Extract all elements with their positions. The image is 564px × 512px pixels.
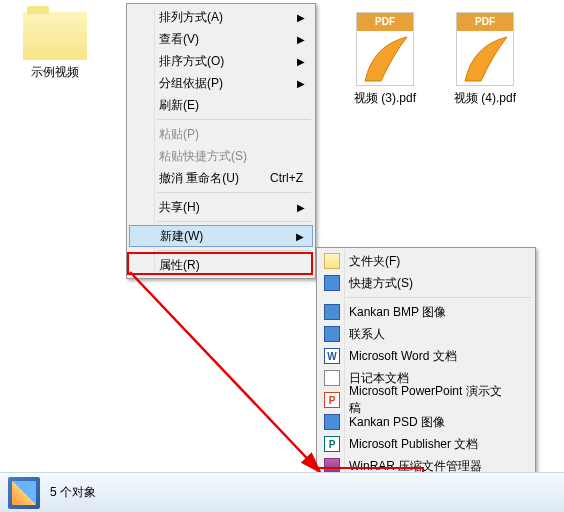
- submenu-item-label: Microsoft Word 文档: [349, 348, 457, 365]
- submenu-item-label: Kankan BMP 图像: [349, 304, 446, 321]
- menu-item[interactable]: 属性(R): [129, 254, 313, 276]
- file-label: 视频 (4).pdf: [445, 90, 525, 107]
- menu-item-label: 排列方式(A): [159, 9, 223, 26]
- menu-item-label: 共享(H): [159, 199, 200, 216]
- ppt-icon: P: [324, 392, 340, 408]
- submenu-item[interactable]: PMicrosoft PowerPoint 演示文稿: [319, 389, 533, 411]
- menu-item-label: 属性(R): [159, 257, 200, 274]
- svg-line-0: [130, 272, 320, 472]
- pdf-icon: PDF: [356, 12, 414, 86]
- context-menu: 排列方式(A)▶查看(V)▶排序方式(O)▶分组依据(P)▶刷新(E)粘贴(P)…: [126, 3, 316, 279]
- submenu-item[interactable]: Kankan BMP 图像: [319, 301, 533, 323]
- menu-item-label: 刷新(E): [159, 97, 199, 114]
- menu-item[interactable]: 新建(W)▶: [129, 225, 313, 247]
- journal-icon: [324, 370, 340, 386]
- menu-item[interactable]: 分组依据(P)▶: [129, 72, 313, 94]
- submenu-item-label: 文件夹(F): [349, 253, 400, 270]
- submenu-item[interactable]: 文件夹(F): [319, 250, 533, 272]
- folder-item[interactable]: 示例视频: [15, 12, 95, 81]
- menu-item[interactable]: 排列方式(A)▶: [129, 6, 313, 28]
- bmp-icon: [324, 304, 340, 320]
- menu-separator: [157, 250, 311, 251]
- menu-separator: [157, 192, 311, 193]
- menu-item-label: 新建(W): [160, 228, 203, 245]
- menu-item[interactable]: 刷新(E): [129, 94, 313, 116]
- folder-icon: [324, 253, 340, 269]
- submenu-item[interactable]: Kankan PSD 图像: [319, 411, 533, 433]
- menu-separator: [347, 297, 531, 298]
- contact-icon: [324, 326, 340, 342]
- file-item-pdf-4[interactable]: PDF 视频 (4).pdf: [445, 12, 525, 107]
- submenu-arrow-icon: ▶: [297, 78, 305, 89]
- menu-item[interactable]: 查看(V)▶: [129, 28, 313, 50]
- pdf-badge: PDF: [457, 13, 513, 31]
- submenu-item[interactable]: 联系人: [319, 323, 533, 345]
- statusbar-count: 5 个对象: [50, 484, 96, 501]
- submenu-arrow-icon: ▶: [296, 231, 304, 242]
- word-icon: W: [324, 348, 340, 364]
- pdf-icon: PDF: [456, 12, 514, 86]
- desktop-area[interactable]: 示例视频 PDF 视频 (3).pdf PDF 视频 (4).pdf 排列方式(…: [0, 0, 564, 512]
- submenu-arrow-icon: ▶: [297, 202, 305, 213]
- status-bar: 5 个对象: [0, 472, 564, 512]
- submenu-arrow-icon: ▶: [297, 56, 305, 67]
- menu-item-label: 查看(V): [159, 31, 199, 48]
- menu-item-label: 粘贴(P): [159, 126, 199, 143]
- menu-item: 粘贴快捷方式(S): [129, 145, 313, 167]
- submenu-item-label: 联系人: [349, 326, 385, 343]
- menu-item-label: 撤消 重命名(U): [159, 170, 239, 187]
- menu-item-label: 分组依据(P): [159, 75, 223, 92]
- submenu-item-label: 快捷方式(S): [349, 275, 413, 292]
- menu-item[interactable]: 共享(H)▶: [129, 196, 313, 218]
- submenu-item[interactable]: PMicrosoft Publisher 文档: [319, 433, 533, 455]
- submenu-item-label: Microsoft Publisher 文档: [349, 436, 478, 453]
- submenu-arrow-icon: ▶: [297, 34, 305, 45]
- folder-label: 示例视频: [15, 64, 95, 81]
- menu-separator: [157, 119, 311, 120]
- file-item-pdf-3[interactable]: PDF 视频 (3).pdf: [345, 12, 425, 107]
- menu-item[interactable]: 撤消 重命名(U)Ctrl+Z: [129, 167, 313, 189]
- pdf-badge: PDF: [357, 13, 413, 31]
- shortcut-icon: [324, 275, 340, 291]
- submenu-item[interactable]: 快捷方式(S): [319, 272, 533, 294]
- folder-icon: [23, 12, 87, 60]
- menu-item: 粘贴(P): [129, 123, 313, 145]
- statusbar-icon: [8, 477, 40, 509]
- menu-separator: [157, 221, 311, 222]
- submenu-item[interactable]: WMicrosoft Word 文档: [319, 345, 533, 367]
- menu-shortcut: Ctrl+Z: [270, 171, 303, 185]
- psd-icon: [324, 414, 340, 430]
- menu-item-label: 粘贴快捷方式(S): [159, 148, 247, 165]
- submenu-item-label: Kankan PSD 图像: [349, 414, 445, 431]
- menu-item[interactable]: 排序方式(O)▶: [129, 50, 313, 72]
- menu-item-label: 排序方式(O): [159, 53, 224, 70]
- submenu-arrow-icon: ▶: [297, 12, 305, 23]
- pub-icon: P: [324, 436, 340, 452]
- annotation-arrow: [120, 258, 330, 478]
- file-label: 视频 (3).pdf: [345, 90, 425, 107]
